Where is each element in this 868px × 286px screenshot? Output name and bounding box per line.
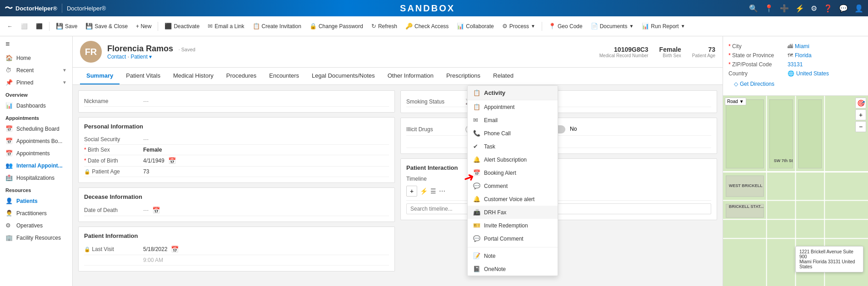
sidebar-item-scheduling-board[interactable]: 📅 Scheduling Board — [0, 123, 72, 135]
sidebar-item-home[interactable]: 🏠 Home — [0, 52, 72, 64]
tab-procedures[interactable]: Procedures — [220, 68, 263, 84]
save-button[interactable]: 💾 Save — [52, 21, 81, 31]
dropdown-item-email[interactable]: ✉ Email — [468, 113, 558, 127]
dob-required: * — [84, 158, 86, 164]
deactivate-button[interactable]: ⬛ Deactivate — [161, 21, 203, 31]
sidebar-item-practitioners[interactable]: 👨‍⚕️ Practitioners — [0, 207, 72, 219]
tab-other-information[interactable]: Other Information — [381, 68, 440, 84]
sidebar-item-internal-appoint[interactable]: 👥 Internal Appoint... — [0, 159, 72, 172]
dropdown-item-portal-comment[interactable]: 💬 Portal Comment — [468, 232, 558, 245]
collaborate-button[interactable]: 📊 Collaborate — [453, 21, 497, 31]
list-interaction-button[interactable]: ☰ — [430, 187, 436, 195]
appointments-section-label: Appointments — [0, 112, 72, 123]
process-button[interactable]: ⚙ Process ▼ — [499, 21, 539, 31]
chat-icon[interactable]: 💬 — [839, 4, 848, 13]
tab-prescriptions[interactable]: Prescriptions — [440, 68, 487, 84]
timeline-label: Timeline — [406, 176, 711, 182]
help-icon[interactable]: ❓ — [823, 4, 833, 13]
tab-related[interactable]: Related — [487, 68, 520, 84]
patients-icon: 👤 — [5, 197, 13, 204]
create-invitation-button[interactable]: 📋 Create Invitation — [249, 21, 305, 31]
email-link-button[interactable]: ✉ Email a Link — [204, 21, 248, 31]
get-directions-button[interactable]: ◇ Get Directions — [728, 78, 863, 90]
more-interaction-button[interactable]: ⋯ — [439, 187, 445, 195]
run-report-button[interactable]: 📊 Run Report ▼ — [638, 21, 688, 31]
sidebar-item-dashboards[interactable]: 📊 Dashboards — [0, 99, 72, 112]
illicit-drugs-row: Illicit Drugs No Alcohol Intake No — [406, 123, 711, 136]
alert-subscription-icon: 🔔 — [473, 156, 480, 163]
sidebar-item-patients[interactable]: 👤 Patients — [0, 195, 72, 207]
check-access-button[interactable]: 🔑 Check Access — [402, 21, 452, 31]
patient-age-row: 🔒 Patient Age 73 — [84, 167, 389, 177]
map-area: WEST BRICKELL BRICKELL STAT... SW 7th St… — [723, 96, 868, 286]
tab-legal-documents[interactable]: Legal Documents/Notes — [305, 68, 381, 84]
sidebar-item-appointments-bo[interactable]: 📅 Appointments Bo... — [0, 135, 72, 147]
refresh-button[interactable]: ↻ Refresh — [368, 21, 401, 31]
app-bar: 〜 DoctorHelper® DoctorHelper® SANDBOX 🔍 … — [0, 0, 868, 16]
settings-icon[interactable]: ⚙ — [811, 4, 817, 13]
user-icon[interactable]: 👤 — [854, 4, 863, 13]
dropdown-item-drh-fax[interactable]: 📠 DRH Fax — [468, 206, 558, 219]
check-access-icon: 🔑 — [405, 23, 413, 30]
sidebar-item-operatives[interactable]: ⚙ Operatives — [0, 219, 72, 232]
dropdown-item-invite-redemption[interactable]: 🎫 Invite Redemption — [468, 219, 558, 232]
search-icon[interactable]: 🔍 — [749, 4, 758, 13]
contact-link[interactable]: Contact — [107, 54, 126, 60]
change-password-button[interactable]: 🔒 Change Password — [306, 21, 367, 31]
calendar-icon[interactable]: 📅 — [168, 157, 176, 164]
sidebar-item-pinned[interactable]: 📌 Pinned ▼ — [0, 76, 72, 89]
sandbox-title: SANDBOX — [106, 3, 749, 14]
practitioners-icon: 👨‍⚕️ — [5, 210, 13, 217]
sidebar-item-recent[interactable]: ⏱ Recent ▼ — [0, 64, 72, 76]
pinned-chevron-icon: ▼ — [62, 80, 67, 85]
tab-medical-history[interactable]: Medical History — [167, 68, 220, 84]
tab-encounters[interactable]: Encounters — [263, 68, 305, 84]
dropdown-item-note[interactable]: 📝 Note — [468, 249, 558, 262]
dropdown-item-appointment[interactable]: 📋 Appointment — [468, 100, 558, 113]
map-target-button[interactable]: 🎯 — [855, 98, 866, 108]
operatives-icon: ⚙ — [5, 222, 13, 229]
geo-code-button[interactable]: 📍 Geo Code — [545, 21, 586, 31]
patient-link[interactable]: Patient ▾ — [130, 54, 152, 60]
patient-age-field-value: 73 — [143, 168, 149, 175]
add-interaction-button[interactable]: + — [406, 186, 417, 197]
plus-icon[interactable]: ➕ — [780, 4, 789, 13]
nav-back-button[interactable]: ← — [4, 21, 16, 31]
avatar: FR — [80, 41, 102, 63]
bookmark-icon[interactable]: 📍 — [764, 4, 773, 13]
filter-icon[interactable]: ⚡ — [795, 4, 804, 13]
map-zoom-out-button[interactable]: − — [855, 121, 866, 132]
patient-age-field-label: 🔒 Patient Age — [84, 168, 143, 175]
new-button[interactable]: + New — [132, 21, 155, 31]
sidebar-item-appointments[interactable]: 📅 Appointments — [0, 147, 72, 159]
dropdown-item-booking-alert[interactable]: 📅 Booking Alert — [468, 166, 558, 179]
save-close-button[interactable]: 💾 Save & Close — [82, 21, 131, 31]
last-visit-value: 5/18/2022 — [143, 246, 167, 252]
nav-share-button[interactable]: ⬛ — [32, 21, 46, 31]
tab-patient-vitals[interactable]: Patient Vitals — [120, 68, 167, 84]
last-visit-row: 🔒 Last Visit 5/18/2022 📅 — [84, 244, 389, 255]
dropdown-item-alert-subscription[interactable]: 🔔 Alert Subscription — [468, 153, 558, 166]
last-visit-calendar-icon[interactable]: 📅 — [171, 246, 179, 253]
activity-header-icon: 📋 — [473, 89, 480, 96]
substance-use-section: Illicit Drugs No Alcohol Intake No — [400, 118, 717, 154]
dropdown-item-onenote[interactable]: 📓 OneNote — [468, 262, 558, 276]
patient-info-title: Patient Information — [84, 232, 389, 239]
road-select[interactable]: Road ▼ — [725, 98, 746, 105]
documents-button[interactable]: 📄 Documents ▼ — [587, 21, 638, 31]
death-calendar-icon[interactable]: 📅 — [152, 207, 160, 214]
sidebar-item-facility-resources[interactable]: 🏢 Facility Resources — [0, 232, 72, 244]
personal-info-title: Personal Information — [84, 123, 389, 130]
hamburger-icon[interactable]: ≡ — [0, 36, 72, 52]
map-zoom-in-button[interactable]: + — [855, 109, 866, 120]
dropdown-item-comment[interactable]: 💬 Comment — [468, 179, 558, 192]
svg-rect-9 — [769, 99, 793, 168]
filter-interaction-button[interactable]: ⚡ — [420, 187, 428, 195]
dropdown-item-phone-call[interactable]: 📞 Phone Call — [468, 127, 558, 140]
tab-summary[interactable]: Summary — [80, 68, 120, 84]
nav-bookmark-button[interactable]: ⬜ — [17, 21, 31, 31]
search-timeline-input[interactable] — [406, 203, 711, 214]
dropdown-item-customer-voice-alert[interactable]: 🔔 Customer Voice alert — [468, 192, 558, 206]
dropdown-item-task[interactable]: ✔ Task — [468, 140, 558, 153]
sidebar-item-hospitalizations[interactable]: 🏥 Hospitalizations — [0, 172, 72, 184]
